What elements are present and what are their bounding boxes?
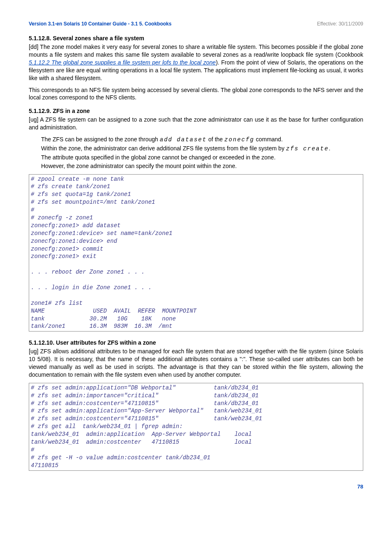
section-5-1-12-8-title: 5.1.12.8. Several zones share a file sys… — [29, 35, 363, 42]
cmd-zfs-create: zfs create — [286, 145, 329, 152]
code-block-zfs-attrs: # zfs set admin:application="DB Webporta… — [29, 383, 363, 471]
bullet-4: However, the zone administrator can spec… — [41, 162, 363, 170]
bullet-3: The attribute quota specified in the glo… — [41, 154, 363, 161]
sec2-para1: [ug] A ZFS file system can be assigned t… — [29, 116, 363, 131]
section-5-1-12-9-title: 5.1.12.9. ZFS in a zone — [29, 107, 363, 115]
bullet-2: Within the zone, the administrator can d… — [41, 145, 363, 153]
page-number: 78 — [29, 483, 363, 491]
cmd-add-dataset: add dataset — [160, 136, 207, 143]
sec1-p1a: [dd] The zone model makes it very easy f… — [29, 44, 363, 58]
code-block-zfs-zone: # zpool create -m none tank # zfs create… — [29, 174, 363, 332]
bullet-1: The ZFS can be assigned to the zone thro… — [41, 136, 363, 144]
section-5-1-12-10-title: 5.1.12.10. User attributes for ZFS withi… — [29, 339, 363, 347]
sec2-bullets: The ZFS can be assigned to the zone thro… — [41, 136, 363, 170]
sec3-para1: [ug] ZFS allows additional attributes to… — [29, 348, 363, 379]
sec1-para2: This corresponds to an NFS file system b… — [29, 86, 363, 102]
page-header: Version 3.1-en Solaris 10 Container Guid… — [29, 21, 363, 27]
header-left: Version 3.1-en Solaris 10 Container Guid… — [29, 21, 171, 27]
breadcrumb: Solaris 10 Container Guide - 3.1 5. Cook… — [62, 21, 171, 27]
sec1-para1: [dd] The zone model makes it very easy f… — [29, 43, 363, 82]
cookbook-link[interactable]: 5.1.12.2 The global zone supplies a file… — [29, 59, 216, 66]
version-label: Version 3.1-en — [29, 21, 62, 27]
cmd-zonecfg: zonecfg — [224, 136, 254, 143]
effective-date: Effective: 30/11/2009 — [317, 21, 363, 27]
